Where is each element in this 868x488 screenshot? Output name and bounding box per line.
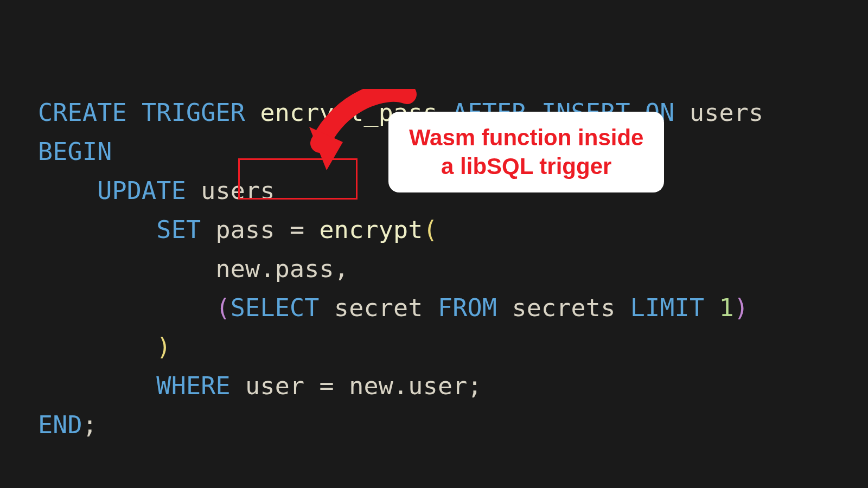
indent <box>38 332 156 361</box>
kw-where: WHERE <box>156 371 245 400</box>
eq: = <box>290 215 320 244</box>
comma: , <box>334 254 349 283</box>
ident-secrets: secrets <box>512 293 630 322</box>
ident-users: users <box>690 98 763 127</box>
kw-begin: BEGIN <box>38 137 112 166</box>
fn-encrypt: encrypt <box>320 215 423 244</box>
num-1: 1 <box>719 293 733 322</box>
ident-user: user <box>245 371 319 400</box>
code-block: CREATE TRIGGER encrypt_pass AFTER INSERT… <box>0 0 868 488</box>
kw-create-trigger: CREATE TRIGGER <box>38 98 260 127</box>
callout-line-2: a libSQL trigger <box>409 152 643 181</box>
kw-end: END <box>38 410 82 439</box>
kw-limit: LIMIT <box>630 293 719 322</box>
semi-2: ; <box>82 410 97 439</box>
semi: ; <box>468 371 482 400</box>
ident-new-pass: new.pass <box>216 254 334 283</box>
ident-new-user: new.user <box>349 371 467 400</box>
ident-secret: secret <box>334 293 438 322</box>
indent <box>38 176 97 205</box>
indent <box>38 254 216 283</box>
kw-set: SET <box>156 215 215 244</box>
eq-2: = <box>320 371 349 400</box>
paren-close-2: ) <box>734 293 749 322</box>
paren-open-1: ( <box>423 215 438 244</box>
kw-from: FROM <box>438 293 512 322</box>
callout-line-1: Wasm function inside <box>409 124 643 152</box>
kw-update: UPDATE <box>97 176 201 205</box>
callout-wasm: Wasm function inside a libSQL trigger <box>388 112 664 192</box>
indent <box>38 215 156 244</box>
kw-select: SELECT <box>231 293 334 322</box>
paren-open-2: ( <box>216 293 231 322</box>
ident-pass: pass <box>216 215 290 244</box>
indent <box>38 293 216 322</box>
indent <box>38 371 156 400</box>
paren-close-1: ) <box>156 332 171 361</box>
